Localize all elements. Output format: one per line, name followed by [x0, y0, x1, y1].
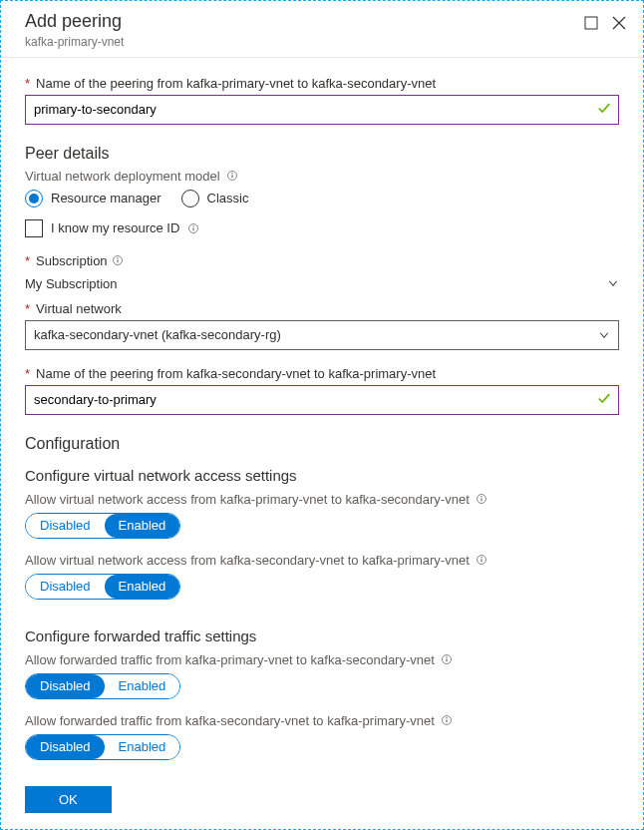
toggle-enabled[interactable]: Enabled [105, 575, 180, 599]
fwd-2-toggle[interactable]: Disabled Enabled [25, 734, 180, 760]
peering-name-1-input[interactable] [25, 95, 619, 125]
svg-rect-21 [446, 717, 447, 718]
header-text: Add peering kafka-primary-vnet [25, 11, 583, 49]
svg-rect-11 [481, 498, 482, 501]
access-2-label: Allow virtual network access from kafka-… [25, 553, 619, 568]
peering-name-1-label: * Name of the peering from kafka-primary… [25, 76, 619, 91]
subscription-dropdown[interactable]: My Subscription [25, 272, 619, 301]
close-icon[interactable] [611, 15, 627, 31]
required-asterisk: * [25, 253, 30, 268]
chevron-down-icon [607, 277, 619, 289]
fwd-1-label: Allow forwarded traffic from kafka-prima… [25, 652, 619, 667]
required-asterisk: * [25, 301, 30, 316]
toggle-enabled[interactable]: Enabled [105, 735, 180, 759]
radio-resource-manager[interactable]: Resource manager [25, 190, 161, 208]
required-asterisk: * [25, 76, 30, 91]
access-1-toggle[interactable]: Disabled Enabled [25, 513, 180, 539]
peering-name-2-wrap [25, 385, 619, 415]
peering-name-1-wrap [25, 95, 619, 125]
maximize-icon[interactable] [583, 15, 599, 31]
fwd-1-toggle[interactable]: Disabled Enabled [25, 673, 180, 699]
subscription-value: My Subscription [25, 276, 117, 291]
info-icon[interactable] [476, 493, 487, 505]
svg-rect-18 [446, 656, 447, 657]
panel-title: Add peering [25, 11, 583, 33]
svg-rect-15 [481, 557, 482, 558]
toggle-disabled[interactable]: Disabled [26, 735, 105, 759]
info-icon[interactable] [112, 254, 124, 266]
required-asterisk: * [25, 366, 30, 381]
configuration-heading: Configuration [25, 435, 619, 453]
virtual-network-select[interactable]: kafka-secondary-vnet (kafka-secondary-rg… [25, 320, 619, 350]
svg-rect-9 [117, 257, 118, 258]
deployment-model-label: Virtual network deployment model [25, 169, 619, 184]
panel-body[interactable]: * Name of the peering from kafka-primary… [1, 58, 643, 770]
toggle-disabled[interactable]: Disabled [26, 674, 105, 698]
peering-name-2-label: * Name of the peering from kafka-seconda… [25, 366, 619, 381]
svg-rect-2 [231, 175, 232, 178]
panel-header: Add peering kafka-primary-vnet [1, 1, 643, 58]
header-icons [583, 11, 627, 31]
access-settings-heading: Configure virtual network access setting… [25, 467, 619, 484]
access-2-toggle[interactable]: Disabled Enabled [25, 574, 180, 600]
panel-subtitle: kafka-primary-vnet [25, 35, 583, 49]
add-peering-panel: Add peering kafka-primary-vnet * Name of… [0, 0, 644, 830]
toggle-enabled[interactable]: Enabled [105, 674, 180, 698]
peer-details-heading: Peer details [25, 145, 619, 163]
svg-rect-3 [231, 173, 232, 174]
svg-rect-17 [446, 658, 447, 661]
virtual-network-label: * Virtual network [25, 301, 619, 316]
svg-rect-5 [193, 227, 194, 230]
info-icon[interactable] [226, 170, 238, 182]
access-1-label: Allow virtual network access from kafka-… [25, 492, 619, 507]
info-icon[interactable] [441, 653, 453, 665]
info-icon[interactable] [476, 554, 487, 566]
virtual-network-value: kafka-secondary-vnet (kafka-secondary-rg… [34, 327, 281, 342]
subscription-label: * Subscription [25, 253, 619, 268]
toggle-disabled[interactable]: Disabled [26, 514, 105, 538]
info-icon[interactable] [441, 714, 453, 726]
svg-rect-0 [585, 17, 597, 29]
svg-rect-12 [481, 496, 482, 497]
radio-classic[interactable]: Classic [181, 190, 249, 208]
know-resource-id-checkbox[interactable]: I know my resource ID [25, 219, 619, 237]
ok-button[interactable]: OK [25, 786, 112, 813]
fwd-2-label: Allow forwarded traffic from kafka-secon… [25, 713, 619, 728]
svg-rect-20 [446, 719, 447, 722]
toggle-enabled[interactable]: Enabled [105, 514, 180, 538]
deployment-model-radios: Resource manager Classic [25, 190, 619, 208]
forwarded-settings-heading: Configure forwarded traffic settings [25, 627, 619, 644]
toggle-disabled[interactable]: Disabled [26, 575, 105, 599]
svg-rect-8 [117, 259, 118, 262]
svg-rect-14 [481, 559, 482, 562]
chevron-down-icon [598, 329, 610, 341]
checkbox-icon [25, 219, 43, 237]
panel-footer: OK [1, 770, 643, 829]
info-icon[interactable] [187, 222, 199, 234]
peering-name-2-input[interactable] [25, 385, 619, 415]
svg-rect-6 [193, 225, 194, 226]
